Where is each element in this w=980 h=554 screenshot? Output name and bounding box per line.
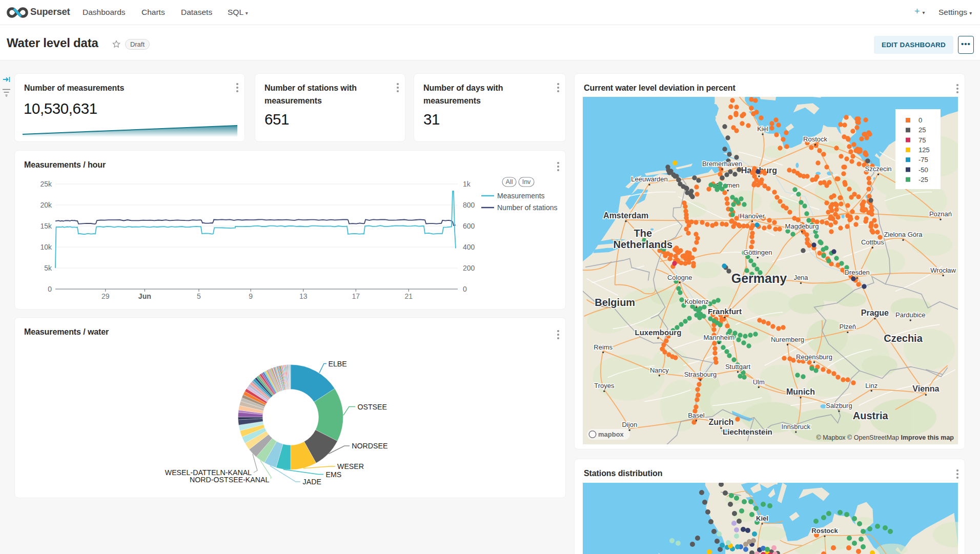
- svg-text:Jena: Jena: [793, 274, 808, 281]
- svg-text:15k: 15k: [40, 222, 52, 230]
- svg-text:Mannheim: Mannheim: [703, 334, 734, 341]
- svg-text:Bremerhaven: Bremerhaven: [702, 160, 742, 168]
- svg-text:800: 800: [463, 201, 475, 209]
- svg-text:JADE: JADE: [303, 478, 321, 486]
- svg-text:Frankfurt: Frankfurt: [708, 307, 742, 316]
- svg-text:mapbox: mapbox: [598, 430, 624, 438]
- svg-text:ELBE: ELBE: [329, 360, 347, 368]
- svg-text:Szczecin: Szczecin: [865, 165, 892, 173]
- svg-text:-50: -50: [918, 166, 928, 174]
- svg-text:Strasbourg: Strasbourg: [684, 371, 717, 378]
- svg-text:The: The: [634, 228, 652, 239]
- svg-text:Stuttgart: Stuttgart: [725, 363, 751, 371]
- svg-text:Number of stations: Number of stations: [497, 203, 558, 212]
- svg-text:Kiel: Kiel: [757, 125, 768, 133]
- svg-text:Pardubice: Pardubice: [895, 311, 926, 319]
- svg-text:600: 600: [463, 222, 475, 230]
- svg-text:5k: 5k: [44, 264, 52, 272]
- svg-text:Hanover: Hanover: [740, 212, 765, 220]
- svg-text:5: 5: [197, 292, 201, 300]
- svg-text:Prague: Prague: [861, 309, 889, 317]
- svg-text:Jun: Jun: [138, 292, 151, 300]
- svg-text:Basel: Basel: [688, 412, 705, 419]
- svg-text:Luxembourg: Luxembourg: [635, 328, 681, 337]
- svg-text:Dijon: Dijon: [622, 421, 637, 428]
- svg-text:29: 29: [101, 292, 110, 300]
- svg-text:EMS: EMS: [326, 470, 342, 479]
- svg-text:Salzburg: Salzburg: [826, 402, 852, 409]
- svg-text:NORDSEE: NORDSEE: [352, 442, 387, 450]
- svg-text:Germany: Germany: [731, 271, 787, 285]
- svg-text:Czechia: Czechia: [884, 333, 923, 344]
- svg-text:Troyes: Troyes: [594, 382, 615, 389]
- svg-text:Magdeburg: Magdeburg: [785, 222, 819, 230]
- svg-text:20k: 20k: [40, 201, 52, 209]
- svg-text:0: 0: [48, 285, 52, 293]
- svg-text:Measurements: Measurements: [497, 192, 545, 200]
- svg-text:Vienna: Vienna: [912, 384, 939, 393]
- svg-text:1k: 1k: [463, 180, 471, 188]
- svg-text:Zurich: Zurich: [708, 418, 733, 426]
- svg-text:125: 125: [918, 146, 930, 154]
- svg-text:Linz: Linz: [865, 382, 877, 389]
- svg-text:0: 0: [463, 285, 467, 293]
- svg-text:Göttingen: Göttingen: [743, 249, 772, 256]
- svg-text:13: 13: [299, 292, 308, 300]
- svg-text:Belgium: Belgium: [595, 297, 635, 308]
- svg-text:Innsbruck: Innsbruck: [782, 423, 811, 430]
- svg-text:-75: -75: [918, 156, 928, 163]
- svg-text:WESER: WESER: [337, 462, 364, 470]
- svg-text:Reims: Reims: [594, 343, 612, 351]
- svg-text:25: 25: [918, 126, 926, 134]
- svg-text:© Mapbox © OpenStreetMap Impro: © Mapbox © OpenStreetMap Improve this ma…: [816, 434, 954, 441]
- svg-text:Cologne: Cologne: [667, 274, 692, 281]
- svg-text:Netherlands: Netherlands: [614, 239, 673, 250]
- svg-text:0: 0: [918, 116, 922, 124]
- svg-text:25k: 25k: [40, 180, 52, 188]
- svg-text:75: 75: [918, 136, 926, 144]
- svg-text:WESEL-DATTELN-KANAL: WESEL-DATTELN-KANAL: [165, 468, 252, 477]
- svg-text:Amsterdam: Amsterdam: [603, 211, 648, 220]
- svg-text:10k: 10k: [40, 243, 52, 251]
- svg-text:400: 400: [463, 243, 475, 251]
- svg-text:Liechtenstein: Liechtenstein: [723, 427, 772, 436]
- svg-text:All: All: [506, 178, 513, 186]
- svg-text:17: 17: [352, 292, 360, 300]
- svg-text:Plzeň: Plzeň: [840, 323, 856, 331]
- svg-text:-25: -25: [918, 176, 928, 183]
- svg-text:Leeuwarden: Leeuwarden: [631, 175, 668, 183]
- svg-text:Austria: Austria: [853, 410, 889, 421]
- svg-text:Wrocław: Wrocław: [930, 266, 956, 274]
- svg-text:200: 200: [463, 264, 475, 272]
- svg-text:Kiel: Kiel: [756, 515, 768, 522]
- svg-text:9: 9: [249, 292, 253, 300]
- svg-text:Koblenz: Koblenz: [684, 298, 708, 305]
- svg-text:NORD-OSTSEE-KANAL: NORD-OSTSEE-KANAL: [190, 476, 269, 484]
- svg-text:Nancy: Nancy: [650, 366, 669, 374]
- svg-text:Zielona Góra: Zielona Góra: [884, 231, 923, 238]
- svg-text:Poznań: Poznań: [929, 210, 952, 218]
- svg-text:Ulm: Ulm: [753, 378, 765, 386]
- svg-text:Inv: Inv: [522, 178, 531, 186]
- svg-text:Rostock: Rostock: [811, 527, 838, 535]
- svg-text:Regensburg: Regensburg: [796, 353, 832, 361]
- svg-text:Dresden: Dresden: [845, 269, 870, 276]
- svg-text:OSTSEE: OSTSEE: [357, 403, 387, 411]
- svg-text:21: 21: [405, 292, 413, 300]
- svg-text:Rostock: Rostock: [803, 135, 827, 143]
- svg-text:Cottbus: Cottbus: [861, 238, 884, 246]
- svg-text:Nuremberg: Nuremberg: [771, 336, 804, 343]
- svg-text:Munich: Munich: [786, 387, 815, 396]
